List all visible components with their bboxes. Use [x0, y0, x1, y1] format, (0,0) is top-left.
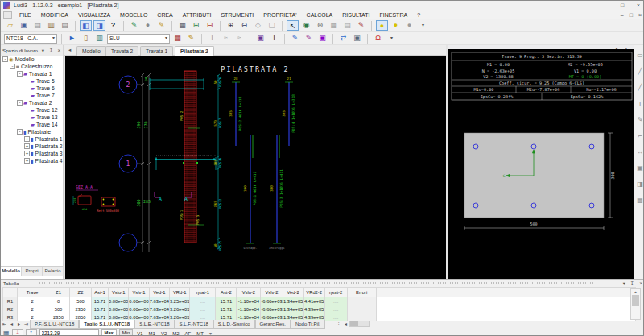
table-edit-button[interactable]: ▦ [176, 20, 188, 31]
flag-af[interactable]: AF [184, 330, 193, 336]
scrollbar-thumb[interactable] [632, 295, 639, 306]
col-vslv2[interactable]: Vslv-2 [261, 288, 283, 297]
lightbulb-on-button[interactable]: ● [376, 20, 388, 31]
close-button[interactable]: × [634, 1, 643, 10]
tab-modello-panel[interactable]: Modello [1, 267, 22, 276]
col-vslu2[interactable]: Vslu-2 [237, 288, 261, 297]
tab-mini-scrollbar[interactable] [349, 321, 370, 327]
tree-item-pilastrata-1[interactable]: + ▮ Pilastrata 1 [1, 135, 63, 143]
grid-add-button[interactable]: ⊞ [190, 20, 202, 31]
tree-item-pilastrata-4[interactable]: + ▮ Pilastrata 4 [1, 157, 63, 164]
col-z1[interactable]: Z1 [47, 288, 70, 297]
menu-finestra[interactable]: FINESTRA [375, 10, 413, 19]
cell-ast1[interactable]: 15.71 [92, 297, 109, 305]
table-find-icon[interactable]: ▦ [3, 330, 10, 336]
curve-tool2-button[interactable]: ≈ [233, 33, 246, 44]
cell-ved1[interactable]: 7.63e+04 [149, 297, 169, 305]
quick-print-button[interactable]: ▤ [341, 20, 353, 31]
drag-handle[interactable] [39, 282, 595, 284]
cell-ved2[interactable]: 1.34e+05 [283, 297, 303, 305]
text-cursor-button[interactable]: I [268, 33, 280, 44]
cell-vrd1[interactable]: 3.25e+05 [170, 297, 190, 305]
cell-vslu1[interactable]: 0.00e+00 [109, 305, 129, 313]
panel-tool-half[interactable]: ◨ [635, 179, 644, 190]
cell-eta2[interactable]: .... [324, 297, 347, 305]
design-code-combo[interactable]: NTC18 - C.A. ▾ [4, 34, 57, 44]
collapse-icon[interactable]: - [17, 129, 23, 135]
tree-item-modello[interactable]: - ◉ Modello [1, 56, 63, 63]
tab-scroll-left-button[interactable]: ◂ [342, 320, 349, 328]
col-vrd1[interactable]: VRd-1 [170, 288, 190, 297]
cell-vslv2[interactable]: -6.66e+03 [261, 297, 283, 305]
chart-button[interactable]: ▥ [93, 33, 105, 44]
globe-view-button[interactable]: ◉ [300, 20, 312, 31]
curve-tool-button[interactable]: ≈ [220, 33, 232, 44]
tab-scroll-left-button[interactable]: ◂ [68, 47, 71, 53]
tab-proprieta-panel[interactable]: Propri [22, 267, 43, 276]
row-header[interactable]: R2 [3, 305, 18, 313]
tree-item-pilastrata-3[interactable]: + ▮ Pilastrata 3 [1, 150, 63, 157]
toolbar-overflow-button[interactable]: ▾ [417, 20, 429, 31]
col-ved2[interactable]: Ved-2 [283, 288, 303, 297]
col-vslu1[interactable]: Vslu-1 [109, 288, 129, 297]
max-toggle-button[interactable]: Max [101, 329, 117, 336]
tab-nodo-tr-pil[interactable]: Nodo Tr.Pil. [291, 320, 325, 329]
lightbulb-secondary-button[interactable]: ● [390, 20, 402, 31]
cell-errori[interactable] [347, 297, 376, 305]
panel-tool-text[interactable]: I [635, 98, 644, 110]
cell-vslv1[interactable]: 0.00e+00 [129, 297, 149, 305]
menu-modello[interactable]: MODELLO [115, 10, 152, 19]
nav-last-button[interactable]: ⇥ [23, 320, 30, 328]
tree-item-trave-5[interactable]: ▰ Trave 5 [1, 77, 63, 85]
sort-asc-button[interactable]: ⇡ [26, 329, 37, 336]
pan-button[interactable]: ◇ [252, 20, 264, 31]
save-button[interactable]: ▣ [18, 20, 30, 31]
render-sphere-button[interactable]: ● [142, 20, 154, 31]
cell-vslv2[interactable]: -6.66e+03 [261, 305, 283, 313]
expand-icon[interactable]: + [24, 151, 30, 156]
zoom-page-button[interactable]: ▢ [266, 20, 278, 31]
tree-item-travata-2[interactable]: - ▰ Travata 2 [1, 99, 63, 106]
col-vrd2[interactable]: VRd2-2 [303, 288, 324, 297]
menu-calcola[interactable]: CALCOLA [302, 10, 338, 19]
pin-icon[interactable]: ↧ [630, 280, 634, 287]
tab-relazione-panel[interactable]: Relazio [43, 267, 64, 276]
collapse-icon[interactable]: - [10, 64, 15, 69]
flag-mt[interactable]: MT [195, 330, 205, 336]
tree-item-trave-13[interactable]: ▰ Trave 13 [1, 114, 63, 121]
select-cursor-button[interactable]: ↖ [287, 20, 299, 31]
grid-remove-button[interactable]: ⊟ [204, 20, 216, 31]
box-violet-button[interactable]: ▣ [316, 33, 328, 44]
toolbar2-overflow-button[interactable]: ▾ [386, 33, 398, 44]
mdi-close-button[interactable]: × [638, 10, 642, 19]
cell-vslu2[interactable]: -1.10e+04 [237, 297, 261, 305]
workspace-close-button[interactable]: × [56, 45, 63, 56]
cell-ved1[interactable]: 7.63e+04 [149, 305, 169, 313]
cell-eta2[interactable]: .... [324, 305, 347, 313]
zoom-out-button[interactable]: ⊖ [238, 20, 250, 31]
cell-ved2[interactable]: 1.34e+05 [283, 305, 303, 313]
print-preview-button[interactable]: ▥ [45, 20, 57, 31]
tree-item-trave-6[interactable]: ▰ Trave 6 [1, 85, 63, 92]
restore-button[interactable]: □ [617, 1, 627, 10]
tree-item-pilastrata-2[interactable]: + ▮ Pilastrata 2 [1, 143, 63, 150]
check-table-button[interactable]: ▦ [171, 33, 184, 44]
copy-button[interactable]: ▤ [31, 20, 43, 31]
lightbulb-off-button[interactable]: ● [403, 20, 415, 31]
flag-v2[interactable]: V2 [159, 330, 168, 336]
cell-vslu2[interactable]: -1.10e+04 [237, 305, 261, 313]
nav-first-button[interactable]: ⇤ [1, 320, 8, 328]
cell-trave[interactable]: 2 [18, 297, 47, 305]
menu-file[interactable]: FILE [14, 10, 36, 19]
col-ved1[interactable]: Ved-1 [149, 288, 169, 297]
panel-tool-line[interactable]: ╱ [635, 66, 644, 77]
open-button[interactable]: ▱ [4, 20, 16, 31]
mdi-minimize-button[interactable]: – [621, 10, 624, 19]
col-errori[interactable]: Errori [347, 288, 376, 297]
mdi-restore-button[interactable]: □ [630, 10, 633, 19]
print-button[interactable]: ▤ [59, 20, 71, 31]
tree-item-trave-14[interactable]: ▰ Trave 14 [1, 121, 63, 128]
tab-pf-slu[interactable]: P.F.-S.L.U.-NTC18 [30, 320, 79, 329]
menu-modifica[interactable]: MODIFICA [36, 10, 73, 19]
pin-icon[interactable]: ↧ [47, 45, 55, 56]
